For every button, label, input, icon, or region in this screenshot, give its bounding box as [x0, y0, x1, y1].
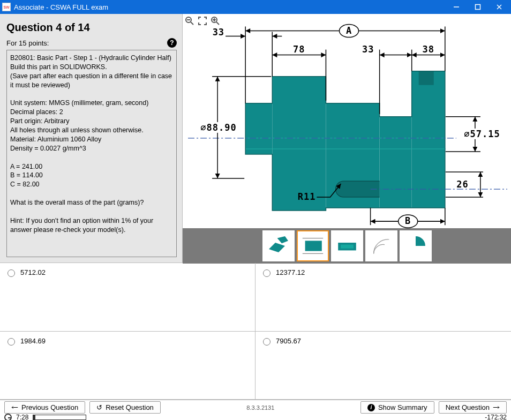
- question-body: B20801: Basic Part - Step 1 - (Hydraulic…: [6, 50, 177, 257]
- next-question-button[interactable]: Next Question 🡒: [439, 401, 507, 414]
- answer-option-d[interactable]: 7905.67: [255, 332, 511, 400]
- thumbnail-strip: [183, 228, 511, 264]
- answer-grid: 5712.02 12377.12 1984.69 7905.67: [0, 262, 511, 400]
- close-button[interactable]: [489, 0, 510, 14]
- arrow-left-icon: 🡐: [11, 403, 18, 411]
- thumb-2[interactable]: [297, 230, 329, 261]
- zoom-fit-icon[interactable]: [198, 16, 209, 28]
- svg-rect-12: [272, 77, 326, 211]
- window-title: Associate - CSWA FULL exam: [14, 3, 446, 11]
- svg-rect-11: [245, 103, 272, 154]
- window-titlebar: sw Associate - CSWA FULL exam: [0, 0, 511, 14]
- dim-38: 38: [422, 44, 434, 55]
- dim-dia8890: ∅88.90: [200, 122, 236, 133]
- radio-icon[interactable]: [263, 338, 270, 346]
- answer-option-c[interactable]: 1984.69: [0, 332, 255, 400]
- thumb-5[interactable]: [400, 230, 432, 261]
- dim-r11: R11: [298, 191, 316, 202]
- status-bar: 7:28 -172:32: [0, 415, 511, 420]
- svg-line-5: [191, 22, 193, 25]
- thumb-1[interactable]: [262, 230, 295, 261]
- radio-icon[interactable]: [7, 338, 15, 346]
- part-shape: [245, 71, 446, 211]
- svg-rect-14: [380, 117, 412, 208]
- button-label: Reset Question: [106, 403, 154, 411]
- maximize-button[interactable]: [467, 0, 489, 14]
- clock-icon: [4, 414, 12, 420]
- drawing-viewport[interactable]: A 33 78 33 38: [183, 14, 511, 228]
- answer-label: 1984.69: [20, 337, 46, 345]
- answer-option-b[interactable]: 12377.12: [255, 263, 511, 332]
- answer-label: 12377.12: [276, 268, 305, 276]
- dim-33-right: 33: [362, 44, 374, 55]
- dim-33-left: 33: [213, 27, 225, 38]
- version-label: 8.3.3.2131: [246, 404, 274, 411]
- navigation-bar: 🡐 Previous Question ↺ Reset Question 8.3…: [0, 400, 511, 415]
- button-label: Previous Question: [21, 403, 78, 411]
- dim-78: 78: [293, 44, 305, 55]
- svg-rect-53: [341, 244, 354, 248]
- radio-icon[interactable]: [263, 269, 270, 277]
- radio-icon[interactable]: [7, 269, 15, 277]
- svg-line-8: [216, 22, 219, 25]
- thumb-3[interactable]: [331, 230, 363, 261]
- dim-B: B: [405, 215, 411, 226]
- zoom-in-icon[interactable]: [211, 16, 222, 28]
- help-icon[interactable]: ?: [167, 38, 177, 48]
- answer-option-a[interactable]: 5712.02: [0, 263, 255, 332]
- points-label: For 15 points:: [6, 39, 49, 47]
- question-panel: Question 4 of 14 For 15 points: ? B20801…: [0, 14, 182, 262]
- button-label: Show Summary: [378, 403, 427, 411]
- app-icon: sw: [2, 3, 11, 11]
- elapsed-time: 7:28: [16, 414, 28, 420]
- svg-rect-15: [412, 71, 445, 208]
- svg-rect-1: [476, 5, 480, 10]
- progress-bar: [33, 415, 86, 420]
- answer-label: 5712.02: [20, 268, 46, 276]
- undo-icon: ↺: [96, 403, 102, 411]
- drawing-panel: A 33 78 33 38: [182, 14, 511, 262]
- question-title: Question 4 of 14: [6, 21, 177, 34]
- show-summary-button[interactable]: i Show Summary: [360, 401, 434, 414]
- dim-dia5715: ∅57.15: [464, 129, 500, 139]
- svg-rect-49: [305, 241, 321, 251]
- svg-rect-16: [419, 71, 434, 85]
- zoom-out-icon[interactable]: [185, 16, 197, 28]
- thumb-4[interactable]: [365, 230, 397, 261]
- previous-question-button[interactable]: 🡐 Previous Question: [4, 401, 85, 414]
- dim-26: 26: [456, 179, 469, 190]
- reset-question-button[interactable]: ↺ Reset Question: [89, 401, 161, 414]
- dim-A: A: [346, 25, 352, 36]
- button-label: Next Question: [446, 403, 490, 411]
- info-icon: i: [367, 404, 375, 411]
- arrow-right-icon: 🡒: [493, 403, 500, 411]
- remaining-time: -172:32: [485, 414, 507, 420]
- minimize-button[interactable]: [446, 0, 467, 14]
- answer-label: 7905.67: [276, 337, 301, 345]
